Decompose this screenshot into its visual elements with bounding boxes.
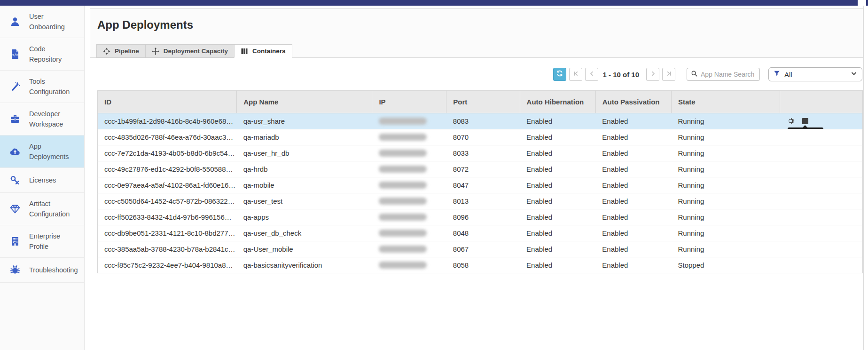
cell-ip bbox=[372, 257, 446, 273]
cell-id: ccc-f85c75c2-9232-4ee7-b404-9810a8… bbox=[98, 257, 237, 273]
cell-ip bbox=[372, 161, 446, 177]
cell-auto-hibernation: Enabled bbox=[520, 145, 595, 161]
ip-redacted bbox=[379, 134, 427, 141]
chevron-left-icon bbox=[589, 70, 595, 79]
cell-ip bbox=[372, 129, 446, 145]
cell-auto-passivation: Enabled bbox=[595, 209, 671, 225]
tab-pipeline[interactable]: Pipeline bbox=[96, 44, 146, 58]
cell-id: ccc-ff502633-8432-41d4-97b6-996156… bbox=[98, 209, 237, 225]
table-row[interactable]: ccc-0e97aea4-a5af-4102-86a1-fd60e16…qa-m… bbox=[98, 177, 863, 193]
sidebar-item-tools-configuration[interactable]: Tools Configuration bbox=[0, 71, 84, 103]
cell-ip bbox=[372, 145, 446, 161]
containers-table: IDApp NameIPPortAuto HibernationAuto Pas… bbox=[97, 90, 863, 273]
cell-state: Running bbox=[671, 225, 780, 241]
table-row[interactable]: ccc-385aa5ab-3788-4230-b78a-b2841c…qa-Us… bbox=[98, 241, 863, 257]
cell-state: Stopped bbox=[671, 257, 780, 273]
filter-value: All bbox=[784, 71, 851, 79]
cell-id: ccc-385aa5ab-3788-4230-b78a-b2841c… bbox=[98, 241, 237, 257]
cell-port: 8047 bbox=[446, 177, 520, 193]
cell-app-name: qa-apps bbox=[237, 209, 372, 225]
key-icon bbox=[9, 175, 21, 186]
cell-app-name: qa-hrdb bbox=[237, 161, 372, 177]
column-header: IP bbox=[372, 91, 446, 113]
funnel-icon bbox=[774, 70, 780, 79]
last-page-button[interactable] bbox=[662, 68, 675, 81]
cell-ip bbox=[372, 193, 446, 209]
cell-auto-hibernation: Enabled bbox=[520, 241, 595, 257]
cell-id: ccc-db9be051-2331-4121-8c10-8bd277… bbox=[98, 225, 237, 241]
cell-auto-hibernation: Enabled bbox=[520, 193, 595, 209]
cell-port: 8067 bbox=[446, 241, 520, 257]
cell-ip bbox=[372, 209, 446, 225]
sidebar-item-label: Licenses bbox=[29, 175, 56, 185]
gem-icon bbox=[9, 203, 21, 215]
cell-state: Running bbox=[671, 145, 780, 161]
first-page-button[interactable] bbox=[569, 68, 582, 81]
cell-id: ccc-1b499fa1-2d98-416b-8c4b-960e68… bbox=[98, 113, 237, 129]
ip-redacted bbox=[379, 150, 427, 157]
cell-auto-hibernation: Enabled bbox=[520, 257, 595, 273]
table-row[interactable]: ccc-49c27876-ed1c-4292-b0f8-550588…qa-hr… bbox=[98, 161, 863, 177]
cell-auto-hibernation: Enabled bbox=[520, 177, 595, 193]
gear-icon[interactable] bbox=[787, 117, 795, 125]
search-input[interactable] bbox=[701, 71, 756, 78]
tab-containers[interactable]: Containers bbox=[234, 44, 292, 58]
cell-app-name: qa-user_test bbox=[237, 193, 372, 209]
scrollbar[interactable] bbox=[858, 0, 866, 6]
sidebar-item-licenses[interactable]: Licenses bbox=[0, 168, 84, 193]
cell-actions bbox=[780, 225, 863, 241]
sidebar-item-artifact-configuration[interactable]: Artifact Configuration bbox=[0, 193, 84, 225]
cell-actions bbox=[780, 257, 863, 273]
stop-icon[interactable] bbox=[802, 118, 808, 124]
sidebar-item-app-deployments[interactable]: App Deployments bbox=[0, 135, 84, 168]
ip-redacted bbox=[379, 230, 427, 237]
cell-ip bbox=[372, 241, 446, 257]
cell-auto-passivation: Enabled bbox=[595, 225, 671, 241]
first-page-icon bbox=[573, 70, 579, 79]
table-row[interactable]: ccc-4835d026-788f-46ea-a76d-30aac3…qa-ma… bbox=[98, 129, 863, 145]
bug-icon bbox=[9, 264, 21, 276]
hibernate-tooltip: Hibernate bbox=[788, 127, 824, 129]
cell-port: 8072 bbox=[446, 161, 520, 177]
sidebar-item-enterprise-profile[interactable]: Enterprise Profile bbox=[0, 225, 84, 258]
ip-redacted bbox=[379, 214, 427, 221]
cell-id: ccc-c5050d64-1452-4c57-872b-086322… bbox=[98, 193, 237, 209]
cloud-upload-icon bbox=[9, 146, 21, 157]
refresh-button[interactable] bbox=[553, 68, 566, 81]
sidebar-item-user-onboarding[interactable]: User Onboarding bbox=[0, 6, 84, 38]
tab-deployment-capacity[interactable]: Deployment Capacity bbox=[145, 44, 235, 58]
ip-redacted bbox=[379, 166, 427, 173]
column-header bbox=[780, 91, 863, 113]
toolbar: 1 - 10 of 10 All bbox=[553, 67, 862, 81]
column-header: ID bbox=[98, 91, 237, 113]
cell-auto-passivation: Enabled bbox=[595, 177, 671, 193]
sidebar-item-code-repository[interactable]: </> Code Repository bbox=[0, 38, 84, 71]
refresh-icon bbox=[556, 70, 563, 79]
sidebar-item-troubleshooting[interactable]: Troubleshooting bbox=[0, 258, 84, 283]
cell-state: Running bbox=[671, 177, 780, 193]
filter-select[interactable]: All bbox=[768, 67, 862, 81]
scrollbar-track[interactable] bbox=[863, 6, 864, 350]
table-row[interactable]: ccc-ff502633-8432-41d4-97b6-996156…qa-ap… bbox=[98, 209, 863, 225]
cell-id: ccc-0e97aea4-a5af-4102-86a1-fd60e16… bbox=[98, 177, 237, 193]
cell-ip bbox=[372, 225, 446, 241]
table-row[interactable]: ccc-db9be051-2331-4121-8c10-8bd277…qa-us… bbox=[98, 225, 863, 241]
sidebar-item-label: Enterprise Profile bbox=[29, 231, 81, 252]
table-row[interactable]: ccc-c5050d64-1452-4c57-872b-086322…qa-us… bbox=[98, 193, 863, 209]
last-page-icon bbox=[666, 70, 672, 79]
next-page-button[interactable] bbox=[646, 68, 659, 81]
cell-port: 8070 bbox=[446, 129, 520, 145]
table-row[interactable]: ccc-1b499fa1-2d98-416b-8c4b-960e68…qa-us… bbox=[98, 113, 863, 129]
column-header: Auto Passivation bbox=[595, 91, 671, 113]
page-title: App Deployments bbox=[97, 18, 193, 32]
cell-ip bbox=[372, 177, 446, 193]
previous-page-button[interactable] bbox=[585, 68, 598, 81]
sidebar-item-developer-workspace[interactable]: Developer Workspace bbox=[0, 103, 84, 135]
briefcase-icon bbox=[9, 113, 21, 125]
table-row[interactable]: ccc-7e72c1da-4193-4b05-b8d0-6b9c54…qa-us… bbox=[98, 145, 863, 161]
table-row[interactable]: ccc-f85c75c2-9232-4ee7-b404-9810a8…qa-ba… bbox=[98, 257, 863, 273]
pagination-range: 1 - 10 of 10 bbox=[602, 71, 639, 79]
cell-app-name: qa-mobile bbox=[237, 177, 372, 193]
cell-state: Running bbox=[671, 209, 780, 225]
ip-redacted bbox=[379, 118, 427, 125]
